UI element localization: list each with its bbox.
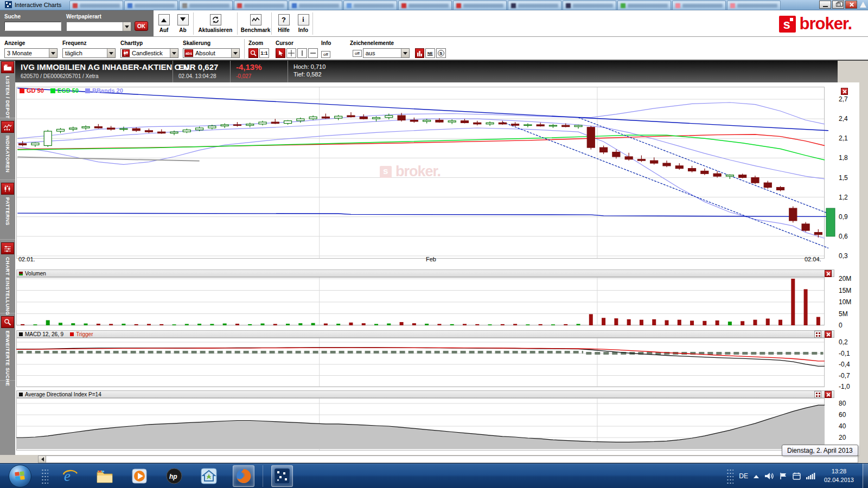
taskbar-item-homegroup[interactable]: [198, 465, 220, 487]
candle-body: [19, 144, 27, 145]
macd-trigger-line: [16, 348, 825, 361]
svg-text:40: 40: [839, 422, 846, 430]
aktualisieren-button[interactable]: Aktualisieren: [195, 14, 235, 33]
ok-button[interactable]: OK: [135, 21, 148, 31]
candle-body: [335, 116, 342, 118]
trigger-label: Trigger: [76, 331, 93, 337]
show-desktop-button[interactable]: [863, 464, 868, 488]
svg-text:10M: 10M: [839, 298, 851, 306]
zoom-1to1-button[interactable]: 1:1: [259, 48, 269, 58]
horizontal-scrollbar[interactable]: [38, 455, 858, 463]
cursor-pointer-icon[interactable]: [276, 48, 285, 58]
sidebar-item-erweiterte-suche[interactable]: ERWEITERTE SUCHE: [0, 316, 15, 381]
vertical-line-cursor-button[interactable]: [297, 48, 307, 58]
search-input[interactable]: [4, 22, 61, 31]
taskbar-item-interactive-charts[interactable]: [271, 465, 293, 487]
histogram-icon[interactable]: [415, 48, 424, 58]
skalierung-select[interactable]: abs Absolut: [183, 48, 240, 58]
benchmark-button[interactable]: Benchmark: [239, 14, 272, 33]
zoom-group: Zoom 1:1: [248, 40, 269, 58]
scroll-left-button[interactable]: [39, 456, 46, 463]
candle-body: [675, 166, 683, 169]
restore-button[interactable]: [832, 1, 844, 9]
chevron-down-icon[interactable]: [123, 22, 131, 31]
main-chart-close-button[interactable]: [841, 88, 848, 95]
hidden-icons-chevron[interactable]: [754, 472, 759, 478]
news-button[interactable]: NE: [425, 48, 435, 58]
adx-settings-button[interactable]: [814, 391, 821, 398]
sidebar-item-indikatoren[interactable]: INDIKATOREN: [0, 120, 15, 180]
browser-tab[interactable]: [343, 1, 397, 10]
macd-settings-button[interactable]: [814, 331, 821, 338]
browser-tab[interactable]: [234, 1, 288, 10]
horizontal-line-cursor-button[interactable]: [308, 48, 318, 58]
info-off-button[interactable]: off: [321, 51, 330, 58]
start-button[interactable]: [9, 465, 31, 487]
auf-button[interactable]: Auf: [155, 14, 173, 33]
candle-body: [158, 132, 165, 133]
chevron-down-icon[interactable]: [231, 49, 239, 57]
zoom-icon[interactable]: [248, 48, 258, 58]
frequenz-select[interactable]: täglich: [62, 48, 116, 58]
taskbar-item-ie[interactable]: e: [59, 465, 81, 487]
browser-tab[interactable]: [453, 1, 507, 10]
macd-close-button[interactable]: [825, 331, 832, 338]
anzeige-select[interactable]: 3 Monate: [4, 48, 58, 58]
browser-tab-strip[interactable]: [69, 1, 816, 10]
svg-text:0: 0: [839, 322, 843, 329]
taskbar-item-hp[interactable]: hp: [163, 465, 185, 487]
browser-tab[interactable]: [672, 1, 726, 10]
browser-tab[interactable]: [398, 1, 452, 10]
network-signal-icon[interactable]: [806, 472, 815, 479]
speaker-icon[interactable]: [764, 472, 774, 480]
taskbar-item-firefox[interactable]: [233, 465, 254, 487]
close-button[interactable]: [845, 1, 857, 9]
browser-tab[interactable]: [508, 1, 561, 10]
chevron-down-icon[interactable]: [107, 49, 115, 57]
taskbar-item-explorer[interactable]: [94, 465, 116, 487]
action-center-flag-icon[interactable]: [780, 472, 787, 480]
search-label: Suche: [4, 14, 21, 20]
browser-tab[interactable]: [124, 1, 178, 10]
settings-s-button[interactable]: S: [436, 48, 446, 58]
browser-tab[interactable]: [727, 1, 781, 10]
candle-body: [751, 178, 759, 183]
hilfe-button[interactable]: ? Hilfe: [275, 14, 293, 33]
candle-body: [814, 233, 822, 235]
ab-button[interactable]: Ab: [174, 14, 192, 33]
adx-series: [16, 405, 825, 449]
legend-item: EGD 50: [50, 87, 79, 94]
volume-close-button[interactable]: [825, 270, 832, 277]
sidebar-item-patterns[interactable]: PATTERNS: [0, 182, 15, 240]
sidebar-item-listen-depot[interactable]: LISTEN / DEPOT: [0, 61, 15, 118]
browser-tab[interactable]: [617, 1, 671, 10]
browser-tab[interactable]: [289, 1, 342, 10]
zeichenelemente-select[interactable]: aus: [363, 48, 410, 58]
charttyp-select[interactable]: Candlestick: [120, 48, 178, 58]
tab-favicon: [675, 3, 680, 8]
browser-tab[interactable]: [69, 1, 123, 10]
sidebar-item-chart-einstellungen[interactable]: CHART EINSTELLUNGEN: [0, 242, 15, 313]
calendar-icon[interactable]: [793, 472, 801, 480]
folder-icon: [96, 468, 113, 484]
wertpapierart-select[interactable]: Alle Wertpapierarten: [66, 22, 131, 31]
chevron-down-icon[interactable]: [170, 49, 178, 57]
charts-canvas[interactable]: 2,72,42,11,81,51,20,90,60,320M15M10M5M00…: [16, 82, 857, 454]
chart-region: 2,72,42,11,81,51,20,90,60,320M15M10M5M00…: [15, 82, 859, 455]
info-button[interactable]: i Info: [294, 14, 312, 33]
scrollbar-track[interactable]: [46, 456, 858, 463]
browser-tab[interactable]: [563, 1, 616, 10]
candle-body: [373, 118, 380, 119]
info-icon: i: [302, 16, 304, 24]
clock[interactable]: 13:28 02.04.2013: [824, 467, 854, 484]
taskbar-item-wmp[interactable]: [129, 465, 150, 487]
browser-tab[interactable]: [179, 1, 233, 10]
language-indicator[interactable]: DE: [739, 472, 748, 480]
chevron-down-icon[interactable]: [49, 49, 57, 57]
chevron-down-icon[interactable]: [401, 49, 409, 57]
crosshair-cursor-button[interactable]: [286, 48, 296, 58]
tab-favicon: [237, 3, 242, 8]
minimize-button[interactable]: [819, 1, 831, 9]
adx-close-button[interactable]: [825, 391, 832, 398]
volume-legend-icon: [19, 272, 23, 275]
